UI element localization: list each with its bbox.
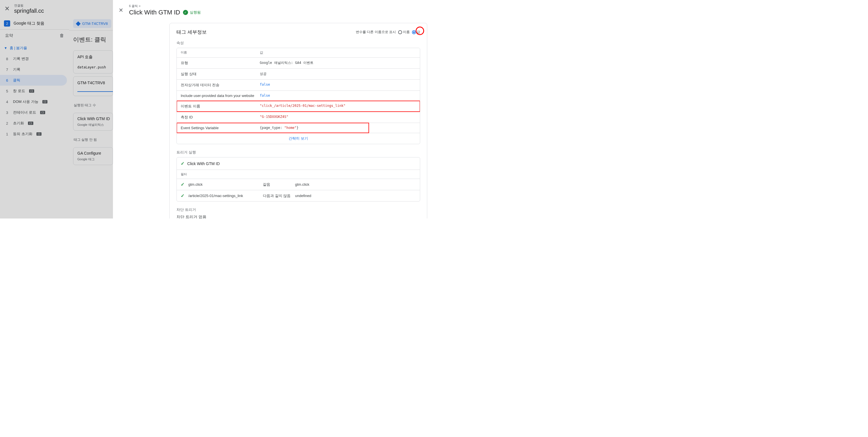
radio-option-name[interactable]: 이름 bbox=[398, 30, 410, 34]
prop-name: Event Settings Variable bbox=[181, 126, 260, 130]
nav-item-label: 창 로드 bbox=[13, 88, 25, 93]
nav-item-num: 6 bbox=[5, 78, 9, 83]
nav-item[interactable]: 3 컨테이너 로드 {} bbox=[0, 107, 69, 118]
nav-item-label: 컨테이너 로드 bbox=[13, 110, 36, 115]
check-icon: ✓ bbox=[181, 161, 184, 166]
nav-item-label: 동의 초기화 bbox=[13, 132, 32, 137]
nav-item[interactable]: 2 초기화 {} bbox=[0, 118, 69, 128]
nav-item[interactable]: 8 기록 변경 bbox=[0, 53, 69, 64]
nav-item-num: 5 bbox=[5, 89, 9, 93]
nav-item-num: 8 bbox=[5, 57, 9, 61]
js-badge: {} bbox=[36, 132, 42, 136]
site-name: springfall.cc bbox=[14, 8, 65, 14]
close-icon[interactable]: ✕ bbox=[4, 5, 9, 12]
gtm-diamond-icon bbox=[76, 21, 81, 26]
js-badge: {} bbox=[42, 100, 48, 104]
prop-value: false bbox=[260, 83, 416, 88]
tag-found-bar: 2 Google 태그 찾음 bbox=[0, 18, 69, 30]
nav-item-num: 3 bbox=[5, 111, 9, 115]
gtm-chip-row: GTM-T4CTRV8 bbox=[69, 17, 113, 31]
nav-item-label: 기록 변경 bbox=[13, 56, 29, 61]
prop-value: "G-15DXXGKZ4S" bbox=[260, 115, 416, 120]
gtm-id-card[interactable]: GTM-T4CTRV8 bbox=[73, 76, 113, 96]
filter-operator: 다음과 같지 않음 bbox=[263, 193, 291, 198]
clear-icon[interactable]: 🗑 bbox=[60, 33, 64, 38]
card-title: 태그 세부정보 bbox=[177, 29, 207, 35]
close-icon[interactable]: ✕ bbox=[119, 4, 123, 13]
prop-value: 성공 bbox=[260, 71, 416, 77]
trigger-section-label: 트리거 실행 bbox=[177, 150, 420, 155]
api-call-card[interactable]: API 호출 dataLayer.push bbox=[73, 50, 113, 74]
block-text: 차단 트리거 없음 bbox=[177, 214, 420, 218]
nav-item[interactable]: 7 기록 bbox=[0, 64, 69, 75]
radio-icon bbox=[398, 30, 402, 34]
chevron-down-icon: ▼ bbox=[4, 46, 7, 50]
gtm-container-chip[interactable]: GTM-T4CTRV8 bbox=[73, 19, 111, 28]
js-badge: {} bbox=[28, 121, 33, 125]
nav-item-num: 4 bbox=[5, 100, 9, 104]
nav-item[interactable]: 4 DOM 사용 가능 {} bbox=[0, 96, 69, 107]
nav-group-header[interactable]: ▼ 홈 | 봄가을 bbox=[0, 43, 69, 53]
nav-item[interactable]: 5 창 로드 {} bbox=[0, 86, 69, 96]
prop-value: "click_/article/2025-01/mac-settings_lin… bbox=[260, 104, 416, 109]
tag-found-text: Google 태그 찾음 bbox=[13, 21, 44, 26]
filter-row: ✓ /article/2025-01/mac-settings_link 다음과… bbox=[177, 190, 420, 201]
detail-title: Click With GTM ID bbox=[129, 9, 180, 16]
nav-section: ▼ 홈 | 봄가을 8 기록 변경 7 기록 6 클릭 5 창 로드 {} 4 … bbox=[0, 41, 69, 141]
prop-name: 실행 상태 bbox=[181, 71, 260, 77]
detail-header: ✕ 6 클릭 > Click With GTM ID ✓ 실행됨 bbox=[113, 0, 434, 20]
detail-panel: ✕ 6 클릭 > Click With GTM ID ✓ 실행됨 태그 세부정보… bbox=[113, 0, 434, 218]
summary-row[interactable]: 요약 🗑 bbox=[0, 30, 69, 41]
prop-value: false bbox=[260, 93, 416, 98]
card-code: dataLayer.push bbox=[78, 65, 109, 69]
display-toggle: 변수를 다른 이름으로 표시 이름 값 bbox=[356, 30, 420, 34]
table-row-highlighted: Event Settings Variable {page_type: "hom… bbox=[177, 123, 420, 133]
nav-item[interactable]: 1 동의 초기화 {} bbox=[0, 128, 69, 139]
not-executed-tag-card[interactable]: GA Configure Google 태그 bbox=[73, 147, 113, 165]
breadcrumb[interactable]: 6 클릭 > bbox=[129, 4, 201, 8]
properties-label: 속성 bbox=[177, 40, 420, 46]
check-icon: ✓ bbox=[181, 193, 184, 198]
nav-item-active[interactable]: 6 클릭 bbox=[0, 75, 67, 86]
trigger-header[interactable]: ✓ Click With GTM ID bbox=[177, 157, 420, 170]
prop-name: 전자상거래 데이터 전송 bbox=[181, 83, 260, 88]
prop-name: Include user-provided data from your web… bbox=[181, 93, 260, 98]
executed-tags-label: 실행된 태그 수 bbox=[69, 99, 113, 110]
collapse-link[interactable]: 간략히 보기 bbox=[177, 133, 420, 144]
table-row: 실행 상태 성공 bbox=[177, 69, 420, 80]
table-row: 측정 ID "G-15DXXGKZ4S" bbox=[177, 112, 420, 123]
trigger-name: Click With GTM ID bbox=[187, 162, 220, 166]
radio-label: 값 bbox=[417, 30, 420, 34]
detail-body: 태그 세부정보 변수를 다른 이름으로 표시 이름 값 속성 bbox=[113, 20, 434, 218]
trigger-card: ✓ Click With GTM ID 필터 ✓ gtm.click 같음 gt… bbox=[177, 157, 420, 202]
col-header-name: 이름 bbox=[181, 50, 260, 55]
radio-option-value[interactable]: 값 bbox=[412, 30, 420, 34]
detail-title-row: Click With GTM ID ✓ 실행됨 bbox=[129, 9, 201, 16]
nav-item-num: 1 bbox=[5, 132, 9, 136]
status-badge: ✓ 실행됨 bbox=[183, 10, 201, 15]
not-executed-label: 태그 실행 안 됨 bbox=[69, 134, 113, 144]
prop-value: Google 애널리틱스: GA4 이벤트 bbox=[260, 60, 416, 65]
executed-tag-card[interactable]: Click With GTM ID Google 애널리틱스 bbox=[73, 113, 113, 130]
card-title-row: 태그 세부정보 변수를 다른 이름으로 표시 이름 값 bbox=[177, 29, 420, 35]
nav-item-num: 7 bbox=[5, 67, 9, 72]
gtm-chip-label: GTM-T4CTRV8 bbox=[82, 22, 108, 26]
table-row: 유형 Google 애널리틱스: GA4 이벤트 bbox=[177, 58, 420, 69]
toggle-label: 변수를 다른 이름으로 표시 bbox=[356, 30, 396, 34]
check-circle-icon: ✓ bbox=[183, 10, 188, 15]
filter-value-2: gtm.click bbox=[295, 182, 416, 186]
radio-label: 이름 bbox=[403, 30, 410, 34]
table-row: 전자상거래 데이터 전송 false bbox=[177, 80, 420, 91]
filter-value-1: /article/2025-01/mac-settings_link bbox=[188, 194, 259, 198]
radio-selected-icon bbox=[412, 30, 416, 34]
nav-item-num: 2 bbox=[5, 121, 9, 125]
nav-group-label: 홈 | 봄가을 bbox=[9, 46, 27, 51]
nav-item-label: 클릭 bbox=[13, 78, 20, 83]
card-title: API 호출 bbox=[78, 55, 109, 60]
event-title: 이벤트: 클릭 bbox=[69, 31, 113, 48]
filter-label: 필터 bbox=[177, 170, 420, 179]
col-header-value: 값 bbox=[260, 50, 416, 55]
filter-value-2: undefined bbox=[295, 194, 416, 198]
site-info: 연결됨 springfall.cc bbox=[14, 3, 65, 14]
js-badge: {} bbox=[29, 89, 34, 93]
